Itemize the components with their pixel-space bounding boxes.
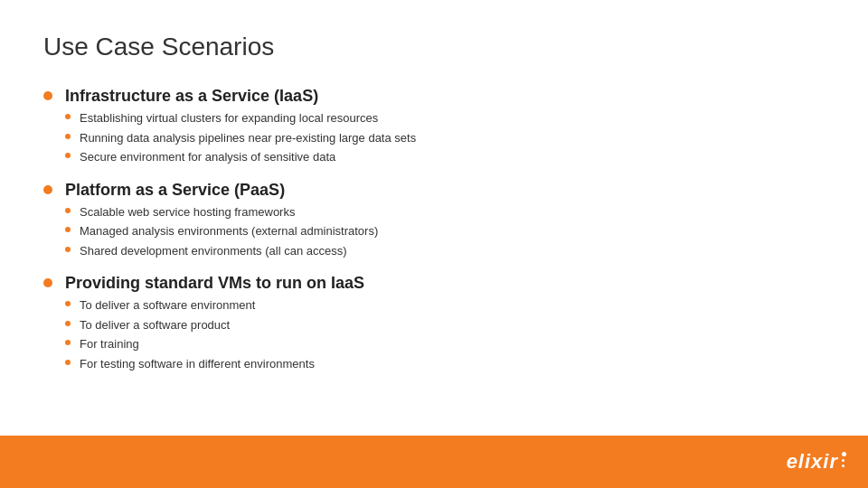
elixir-logo-dots (842, 452, 846, 467)
main-bullet-content-0: Infrastructure as a Service (IaaS)Establ… (65, 87, 825, 168)
elixir-logo-text: elixir (787, 450, 838, 474)
sub-bullet-text-1-2: Shared development environments (all can… (80, 242, 347, 260)
sub-bullet-dot-2-2 (65, 340, 71, 345)
footer-bar: elixir (0, 436, 868, 488)
elixir-dot-3 (842, 465, 844, 467)
main-bullet-label-2: Providing standard VMs to run on IaaS (65, 274, 825, 293)
sub-bullet-dot-0-2 (65, 153, 71, 158)
sub-bullet-text-1-1: Managed analysis environments (external … (80, 222, 378, 240)
main-bullet-dot-1 (43, 185, 52, 194)
sub-bullet-dot-2-3 (65, 360, 71, 365)
main-bullet-label-0: Infrastructure as a Service (IaaS) (65, 87, 825, 106)
sections-container: Infrastructure as a Service (IaaS)Establ… (43, 87, 825, 374)
sub-bullet-dot-0-1 (65, 134, 71, 139)
sub-bullets-2: To deliver a software environmentTo deli… (65, 296, 825, 372)
sub-bullet-0-2: Secure environment for analysis of sensi… (65, 148, 825, 166)
elixir-logo: elixir (787, 450, 846, 474)
sub-bullet-text-2-0: To deliver a software environment (80, 296, 255, 314)
main-bullet-content-2: Providing standard VMs to run on IaaSTo … (65, 274, 825, 374)
sub-bullet-dot-1-1 (65, 227, 71, 232)
elixir-dot-1 (842, 452, 846, 456)
sub-bullet-0-1: Running data analysis pipelines near pre… (65, 129, 825, 147)
main-bullet-0: Infrastructure as a Service (IaaS)Establ… (43, 87, 825, 168)
sub-bullet-1-2: Shared development environments (all can… (65, 242, 825, 260)
main-bullet-dot-2 (43, 278, 52, 287)
sub-bullet-text-2-1: To deliver a software product (80, 316, 230, 334)
sub-bullet-1-0: Scalable web service hosting frameworks (65, 203, 825, 221)
sub-bullet-2-2: For training (65, 335, 825, 353)
sub-bullet-text-2-2: For training (80, 335, 139, 353)
sub-bullet-dot-0-0 (65, 114, 71, 119)
main-bullet-content-1: Platform as a Service (PaaS)Scalable web… (65, 181, 825, 262)
main-bullet-label-1: Platform as a Service (PaaS) (65, 181, 825, 200)
main-bullet-1: Platform as a Service (PaaS)Scalable web… (43, 181, 825, 262)
sub-bullet-text-0-2: Secure environment for analysis of sensi… (80, 148, 335, 166)
sub-bullet-dot-1-2 (65, 247, 71, 252)
main-bullet-dot-0 (43, 91, 52, 100)
sub-bullet-text-0-0: Establishing virtual clusters for expand… (80, 109, 378, 127)
sub-bullet-2-1: To deliver a software product (65, 316, 825, 334)
sub-bullet-0-0: Establishing virtual clusters for expand… (65, 109, 825, 127)
slide-title: Use Case Scenarios (43, 33, 825, 61)
sub-bullet-1-1: Managed analysis environments (external … (65, 222, 825, 240)
sub-bullets-1: Scalable web service hosting frameworksM… (65, 203, 825, 260)
sub-bullet-2-0: To deliver a software environment (65, 296, 825, 314)
sub-bullet-2-3: For testing software in different enviro… (65, 355, 825, 373)
sub-bullet-dot-2-1 (65, 321, 71, 326)
content-area: Use Case Scenarios Infrastructure as a S… (0, 0, 868, 436)
sub-bullet-text-2-3: For testing software in different enviro… (80, 355, 315, 373)
sub-bullet-text-0-1: Running data analysis pipelines near pre… (80, 129, 416, 147)
sub-bullet-text-1-0: Scalable web service hosting frameworks (80, 203, 295, 221)
slide: Use Case Scenarios Infrastructure as a S… (0, 0, 868, 488)
elixir-dot-2 (842, 459, 844, 462)
sub-bullets-0: Establishing virtual clusters for expand… (65, 109, 825, 166)
sub-bullet-dot-1-0 (65, 208, 71, 213)
main-bullet-2: Providing standard VMs to run on IaaSTo … (43, 274, 825, 374)
sub-bullet-dot-2-0 (65, 301, 71, 306)
